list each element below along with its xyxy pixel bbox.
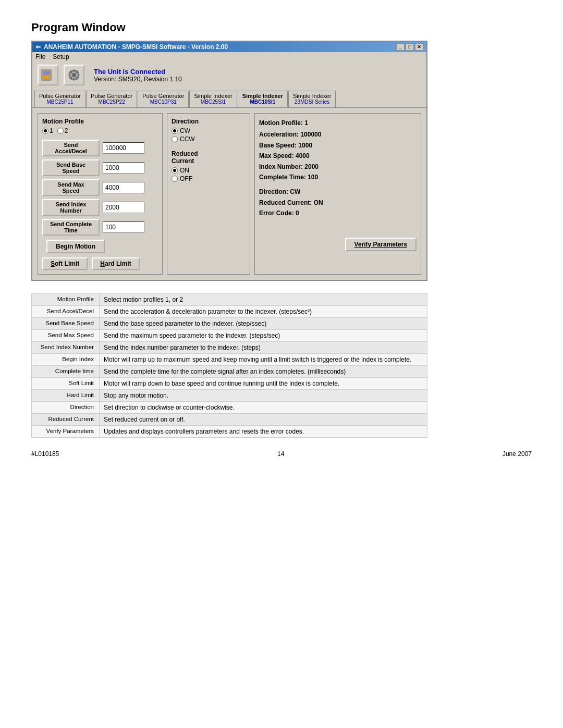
table-row: DirectionSet direction to clockwise or c…	[32, 402, 427, 414]
table-cell-label: Begin Index	[32, 354, 100, 366]
table-row: Soft LimitMotor will ramp down to base s…	[32, 378, 427, 390]
send-index-number-button[interactable]: Send IndexNumber	[42, 199, 100, 216]
cw-label: CW	[180, 127, 190, 134]
radio-on[interactable]: ON	[172, 167, 246, 174]
table-cell-label: Motion Profile	[32, 294, 100, 306]
index-number-input[interactable]	[103, 202, 144, 213]
footer: #L010185 14 June 2007	[31, 450, 532, 458]
radio-2-dot	[57, 128, 64, 134]
table-row: Begin IndexMotor will ramp up to maximum…	[32, 354, 427, 366]
tab-3[interactable]: Simple Indexer MBC25SI1	[189, 91, 237, 107]
soft-limit-button[interactable]: Soft Limit	[42, 257, 88, 270]
minimize-button[interactable]: _	[396, 43, 405, 51]
send-complete-time-button[interactable]: Send CompleteTime	[42, 219, 100, 236]
menu-bar: File Setup	[32, 52, 426, 61]
tabs-row: Pulse Generator MBC25P11 Pulse Generator…	[32, 89, 426, 107]
tab-5-line2: 23MDSI Series	[293, 99, 331, 105]
verify-btn-container: Verify Parameters	[259, 229, 417, 251]
send-accel-button[interactable]: SendAccel/Decel	[42, 140, 100, 156]
tab-3-line1: Simple Indexer	[194, 93, 232, 99]
direction-display: Direction: CW	[259, 187, 417, 197]
table-cell-label: Soft Limit	[32, 378, 100, 390]
table-cell-label: Send Base Speed	[32, 318, 100, 330]
send-base-speed-button[interactable]: Send BaseSpeed	[42, 159, 100, 176]
radio-profile-2[interactable]: 2	[57, 127, 68, 134]
reduced-label: ReducedCurrent	[172, 150, 246, 165]
table-cell-label: Hard Limit	[32, 390, 100, 402]
table-row: Send Base SpeedSend the base speed param…	[32, 318, 427, 330]
footer-right: June 2007	[503, 450, 532, 458]
table-cell-description: Select motion profiles 1, or 2	[100, 294, 427, 306]
toolbar: The Unit is Connected Version: SMSI20, R…	[32, 61, 426, 89]
connection-info: The Unit is Connected Version: SMSI20, R…	[94, 68, 182, 83]
right-panel: Motion Profile: 1 Acceleration: 100000 B…	[254, 113, 421, 275]
tab-4-line2: MBC10SI1	[242, 99, 283, 105]
max-speed-input[interactable]	[103, 182, 144, 193]
radio-profile-1[interactable]: 1	[42, 127, 53, 134]
index-number-display: Index Number: 2000	[259, 162, 417, 172]
toolbar-button-1[interactable]	[38, 65, 58, 85]
acceleration-display: Acceleration: 100000	[259, 129, 417, 140]
table-cell-description: Stop any motor motion.	[100, 390, 427, 402]
on-dot	[172, 167, 178, 174]
close-button[interactable]: ✕	[415, 43, 423, 51]
toolbar-button-2[interactable]	[64, 65, 84, 85]
menu-setup[interactable]: Setup	[53, 53, 69, 60]
table-cell-description: Set reduced current on or off.	[100, 414, 427, 426]
menu-file[interactable]: File	[35, 53, 45, 60]
tab-3-line2: MBC25SI1	[194, 99, 232, 105]
tab-2[interactable]: Pulse Generator MBC10P31	[138, 91, 189, 107]
param-row-accel: SendAccel/Decel	[42, 140, 158, 156]
tab-4-line1: Simple Indexer	[242, 93, 283, 99]
begin-motion-button[interactable]: Begin Motion	[46, 240, 105, 253]
tab-0-line2: MBC25P11	[39, 99, 81, 105]
base-speed-display: Base Speed: 1000	[259, 140, 417, 151]
svg-point-6	[72, 73, 76, 77]
ccw-dot	[172, 136, 178, 142]
table-row: Send Accel/DecelSend the acceleration & …	[32, 306, 427, 318]
title-bar-left: ⇐ ANAHEIM AUTOMATION - SMPG-SMSI Softwar…	[35, 43, 228, 51]
table-cell-description: Send the maximum speed parameter to the …	[100, 330, 427, 342]
direction-group: Direction CW CCW	[172, 118, 246, 143]
param-row-max: Send MaxSpeed	[42, 179, 158, 196]
base-speed-input[interactable]	[103, 162, 144, 174]
send-max-speed-button[interactable]: Send MaxSpeed	[42, 179, 100, 196]
table-cell-description: Motor will ramp up to maximum speed and …	[100, 354, 427, 366]
table-cell-label: Send Max Speed	[32, 330, 100, 342]
verify-parameters-button[interactable]: Verify Parameters	[345, 238, 417, 251]
limit-buttons: Soft Limit Hard Limit	[42, 257, 158, 270]
title-bar-icon: ⇐	[35, 43, 41, 51]
left-panel: Motion Profile 1 2 SendAccel/Decel Send …	[38, 113, 163, 275]
tab-5-line1: Simple Indexer	[293, 93, 331, 99]
tab-1-line2: MBC25P22	[91, 99, 132, 105]
description-table: Motion ProfileSelect motion profiles 1, …	[31, 293, 427, 438]
hard-limit-button[interactable]: Hard Limit	[92, 257, 139, 270]
complete-time-input[interactable]	[103, 221, 144, 233]
table-row: Reduced CurrentSet reduced current on or…	[32, 414, 427, 426]
table-row: Motion ProfileSelect motion profiles 1, …	[32, 294, 427, 306]
table-cell-description: Set direction to clockwise or counter-cl…	[100, 402, 427, 414]
radio-ccw[interactable]: CCW	[172, 135, 246, 143]
page-title: Program Window	[31, 21, 532, 34]
table-cell-label: Direction	[32, 402, 100, 414]
table-row: Send Index NumberSend the index number p…	[32, 342, 427, 354]
profile-title: Motion Profile: 1	[259, 118, 417, 128]
table-row: Verify ParametersUpdates and displays co…	[32, 426, 427, 438]
tab-4[interactable]: Simple Indexer MBC10SI1	[238, 91, 288, 107]
radio-off[interactable]: OFF	[172, 175, 246, 182]
profile-info: Motion Profile: 1 Acceleration: 100000 B…	[259, 118, 417, 219]
table-cell-label: Complete time	[32, 366, 100, 378]
footer-center: 14	[277, 450, 284, 458]
tab-0[interactable]: Pulse Generator MBC25P11	[34, 91, 85, 107]
reduced-current-display: Reduced Current: ON	[259, 198, 417, 208]
table-row: Send Max SpeedSend the maximum speed par…	[32, 330, 427, 342]
application-window: ⇐ ANAHEIM AUTOMATION - SMPG-SMSI Softwar…	[31, 41, 427, 281]
connection-version: Version: SMSI20, Revision 1.10	[94, 76, 182, 83]
radio-cw[interactable]: CW	[172, 127, 246, 134]
tab-5[interactable]: Simple Indexer 23MDSI Series	[288, 91, 336, 107]
tab-1[interactable]: Pulse Generator MBC25P22	[86, 91, 137, 107]
error-code-display: Error Code: 0	[259, 208, 417, 218]
tab-0-line1: Pulse Generator	[39, 93, 81, 99]
accel-input[interactable]	[103, 142, 144, 154]
maximize-button[interactable]: □	[406, 43, 414, 51]
